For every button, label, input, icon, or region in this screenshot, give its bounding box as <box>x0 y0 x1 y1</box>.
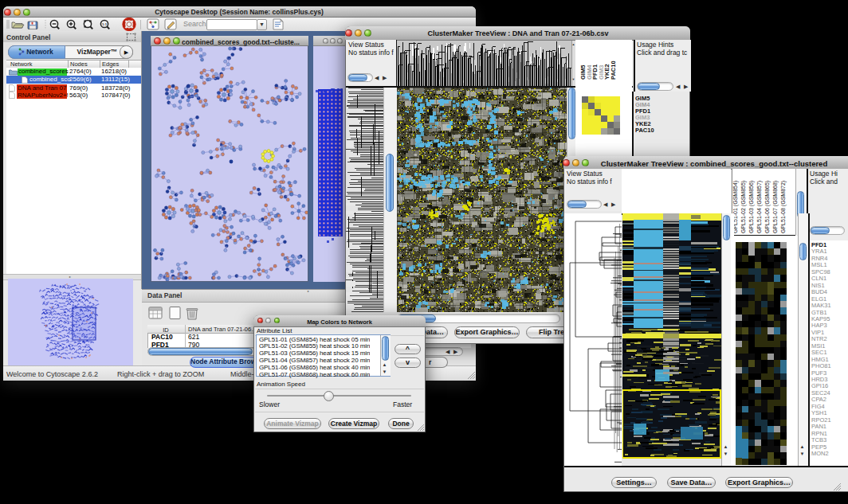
svg-text:GPL51-02 (GSM855): GPL51-02 (GSM855) <box>740 181 747 233</box>
svg-text:GPL51-03 (GSM856): GPL51-03 (GSM856) <box>748 181 755 233</box>
svg-text:GPL51-08 (GSM872): GPL51-08 (GSM872) <box>780 181 787 233</box>
svg-text:GPL51-07 (GSM868): GPL51-07 (GSM868) <box>772 181 779 233</box>
svg-text:PAC10: PAC10 <box>610 61 617 80</box>
svg-text:GPL51-04 (GSM857): GPL51-04 (GSM857) <box>756 181 763 233</box>
svg-text:1:1: 1:1 <box>102 22 108 26</box>
svg-text:GPL51-06 (GSM865): GPL51-06 (GSM865) <box>764 181 771 233</box>
